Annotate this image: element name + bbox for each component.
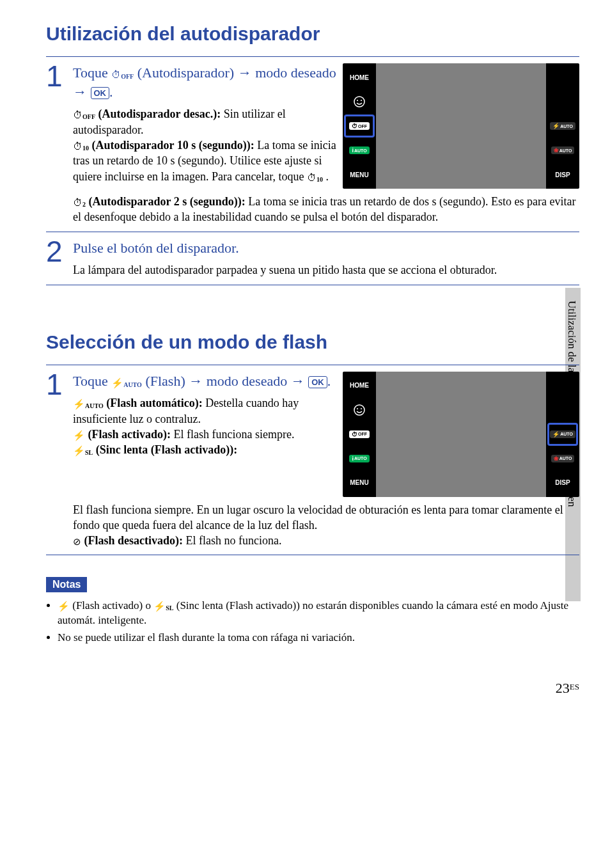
camera-screen-illustration: HOME ⏱OFF iAUTO MENU ⚡AUTO ❀AUTO DISP (343, 372, 579, 497)
step-title: Pulse el botón del disparador. (73, 239, 579, 258)
cam-macro-button[interactable]: ❀AUTO (547, 139, 578, 162)
camera-live-view (376, 372, 546, 497)
flash-auto-icon: ⚡ (73, 398, 85, 409)
step-options: ⚡AUTO (Flash automático): Destella cuand… (73, 395, 336, 457)
flash-off-icon: ⊘ (73, 536, 81, 547)
step-number: 1 (46, 63, 73, 90)
arrow-icon: → (73, 84, 87, 100)
flash-auto-chip: ⚡AUTO (550, 430, 575, 438)
cam-disp-button[interactable]: DISP (547, 471, 578, 494)
cam-timer-button[interactable]: ⏱OFF (344, 114, 375, 138)
arrow-icon: → (238, 65, 252, 81)
cam-iauto-button[interactable]: iAUTO (344, 139, 375, 162)
ok-button-glyph: OK (91, 87, 110, 100)
cam-home-button[interactable]: HOME (344, 374, 375, 397)
face-icon (353, 95, 366, 108)
cam-disp-button[interactable]: DISP (547, 163, 578, 186)
flash-sl-icon: ⚡ (73, 445, 85, 456)
timer-off-icon: ⏱ (111, 69, 121, 80)
divider (46, 232, 579, 232)
step-options-continued: El flash funciona siempre. En un lugar o… (73, 502, 579, 549)
flash-on-icon: ⚡ (73, 430, 85, 441)
step-options: ⏱OFF (Autodisparador desac.): Sin utiliz… (73, 106, 336, 184)
svg-point-5 (361, 408, 362, 409)
step-options-continued: ⏱2 (Autodisparador 2 s (segundo)): La to… (73, 194, 579, 225)
divider (46, 365, 579, 365)
svg-point-1 (357, 100, 358, 101)
camera-screen-illustration: HOME ⏱OFF iAUTO MENU ⚡AUTO ❀AUTO DISP (343, 63, 579, 189)
svg-point-4 (357, 408, 358, 409)
camera-live-view (376, 63, 546, 189)
flash-auto-chip: ⚡AUTO (550, 122, 575, 130)
cam-flash-button[interactable]: ⚡AUTO (547, 423, 578, 446)
cam-timer-button[interactable]: ⏱OFF (344, 423, 375, 446)
step-title: Toque ⚡AUTO (Flash) → modo deseado → OK. (73, 372, 336, 391)
step-2: 2 Pulse el botón del disparador. La lámp… (46, 236, 579, 285)
cam-menu-button[interactable]: MENU (344, 471, 375, 494)
flash-auto-icon: ⚡ (111, 377, 123, 388)
cam-smile-button[interactable] (344, 398, 375, 422)
cam-blank (547, 90, 578, 113)
cam-iauto-button[interactable]: iAUTO (344, 447, 375, 470)
note-item: No se puede utilizar el flash durante la… (58, 631, 579, 645)
section-title-1: Utilización del autodisparador (46, 23, 579, 45)
step-number: 2 (46, 239, 73, 265)
macro-auto-chip: ❀AUTO (551, 455, 575, 462)
ok-button-glyph: OK (308, 376, 327, 389)
divider (46, 285, 579, 285)
timer-10-icon: ⏱ (73, 141, 82, 152)
cam-blank (547, 66, 578, 89)
step-1: 1 Toque ⏱OFF (Autodisparador) → modo des… (46, 61, 579, 232)
notes-list: ⚡ (Flash activado) o ⚡SL (Sinc lenta (Fl… (46, 599, 579, 645)
svg-point-3 (354, 405, 364, 415)
svg-point-2 (361, 100, 362, 101)
section-title-2: Selección de un modo de flash (46, 331, 579, 353)
page-number: 23ES (556, 680, 579, 697)
divider (46, 555, 579, 555)
cam-blank (547, 398, 578, 422)
flash-on-icon: ⚡ (58, 601, 70, 612)
timer-10-icon: ⏱ (307, 172, 317, 183)
timer-off-chip: ⏱OFF (349, 122, 370, 130)
cam-flash-button[interactable]: ⚡AUTO (547, 114, 578, 138)
cam-menu-button[interactable]: MENU (344, 163, 375, 186)
arrow-icon: → (189, 373, 203, 389)
cam-smile-button[interactable] (344, 90, 375, 113)
flash-sl-icon: ⚡ (153, 601, 166, 612)
timer-off-chip: ⏱OFF (349, 430, 370, 438)
svg-point-0 (354, 97, 364, 107)
timer-2-icon: ⏱ (73, 197, 82, 208)
cam-blank (547, 374, 578, 397)
face-icon (353, 404, 366, 416)
step-1-flash: 1 Toque ⚡AUTO (Flash) → modo deseado → O… (46, 369, 579, 555)
note-item: ⚡ (Flash activado) o ⚡SL (Sinc lenta (Fl… (58, 599, 579, 628)
divider (46, 56, 579, 57)
iauto-chip: iAUTO (349, 455, 369, 462)
iauto-chip: iAUTO (349, 146, 369, 154)
macro-auto-chip: ❀AUTO (551, 146, 575, 154)
arrow-icon: → (291, 373, 305, 389)
step-number: 1 (46, 372, 73, 398)
cam-home-button[interactable]: HOME (344, 66, 375, 89)
step-body-text: La lámpara del autodisparador parpadea y… (73, 262, 579, 278)
notes-label: Notas (46, 577, 87, 592)
step-title: Toque ⏱OFF (Autodisparador) → modo desea… (73, 63, 336, 101)
timer-off-icon: ⏱ (73, 109, 82, 120)
cam-macro-button[interactable]: ❀AUTO (547, 447, 578, 470)
